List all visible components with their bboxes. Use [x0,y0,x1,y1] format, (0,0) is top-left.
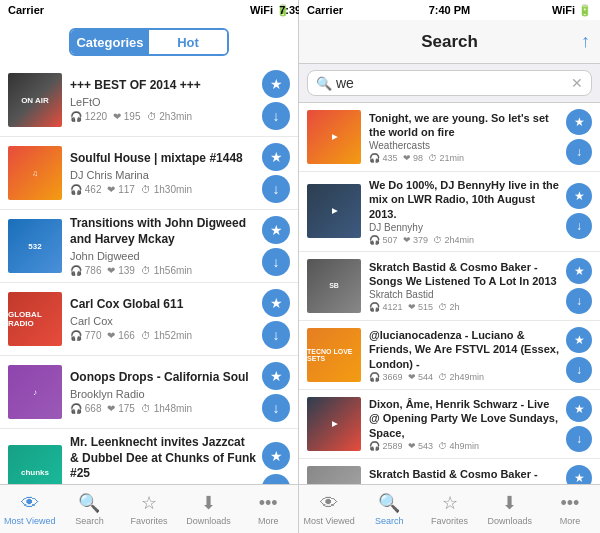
right-nav-label-favorites: Favorites [431,516,468,526]
right-nav-item-more[interactable]: ••• More [540,493,600,526]
download-button[interactable]: ↓ [262,394,290,422]
search-results: ▶ Tonight, we are young. So let's set th… [299,103,600,484]
right-nav-item-favorites[interactable]: ☆ Favorites [419,492,479,526]
track-thumb-image: ♫ [8,146,62,200]
track-thumb-image: 532 [8,219,62,273]
right-carrier: Carrier [307,4,343,16]
result-duration: ⏱ 4h9min [438,441,479,451]
download-button[interactable]: ↓ [262,321,290,349]
star-button[interactable]: ★ [262,362,290,390]
star-button[interactable]: ★ [262,143,290,171]
search-icon: 🔍 [316,76,332,91]
right-header: Search ↑ [299,20,600,64]
track-item[interactable]: GLOBAL RADIO Carl Cox Global 611 Carl Co… [0,283,298,356]
result-star-button[interactable]: ★ [566,183,592,209]
right-time: 7:40 PM [429,4,471,16]
result-actions: ★ ↓ [566,396,592,452]
result-likes: ❤ 544 [408,372,434,382]
track-thumb: 532 [8,219,62,273]
track-item[interactable]: ♪ Oonops Drops - California Soul Brookly… [0,356,298,429]
right-nav-icon-most-viewed: 👁 [320,493,338,514]
star-button[interactable]: ★ [262,289,290,317]
download-button[interactable]: ↓ [262,102,290,130]
result-plays: 🎧 507 [369,235,398,245]
nav-item-favorites[interactable]: ☆ Favorites [119,492,179,526]
right-nav-icon-search: 🔍 [378,492,400,514]
right-nav-item-downloads[interactable]: ⬇ Downloads [480,492,540,526]
result-item[interactable]: SB Skratch Bastid & Cosmo Baker - Songs … [299,252,600,321]
result-plays: 🎧 3669 [369,372,403,382]
result-download-button[interactable]: ↓ [566,288,592,314]
track-likes: ❤ 175 [107,403,134,414]
result-thumb: ▶ [307,397,361,451]
track-likes: ❤ 117 [107,184,134,195]
track-info: Carl Cox Global 611 Carl Cox 🎧 770 ❤ 166… [70,297,256,341]
result-artist: Weathercasts [369,140,562,151]
result-item[interactable]: TECNO LOVE SETS @lucianocadenza - Lucian… [299,321,600,390]
download-button[interactable]: ↓ [262,248,290,276]
result-star-button[interactable]: ★ [566,396,592,422]
track-title: Carl Cox Global 611 [70,297,256,313]
track-item[interactable]: ON AIR +++ BEST OF 2014 +++ LeFtO 🎧 1220… [0,64,298,137]
track-meta: 🎧 770 ❤ 166 ⏱ 1h52min [70,330,256,341]
result-star-button[interactable]: ★ [566,465,592,484]
track-thumb-image: GLOBAL RADIO [8,292,62,346]
result-duration: ⏱ 21min [428,153,464,163]
track-likes: ❤ 139 [107,265,134,276]
result-star-button[interactable]: ★ [566,258,592,284]
result-meta: 🎧 507 ❤ 379 ⏱ 2h4min [369,235,562,245]
result-star-button[interactable]: ★ [566,109,592,135]
search-input[interactable]: we [336,75,571,91]
result-item[interactable]: ▶ Tonight, we are young. So let's set th… [299,103,600,172]
download-button[interactable]: ↓ [262,474,290,484]
track-likes: ❤ 166 [107,330,134,341]
result-download-button[interactable]: ↓ [566,426,592,452]
right-nav-item-most-viewed[interactable]: 👁 Most Viewed [299,493,359,526]
result-item[interactable]: SB Skratch Bastid & Cosmo Baker - Songs … [299,459,600,484]
track-info: Soulful House | mixtape #1448 DJ Chris M… [70,151,256,195]
categories-tab[interactable]: Categories [71,30,149,54]
result-title: Skratch Bastid & Cosmo Baker - Songs We … [369,467,562,484]
track-thumb: chunks [8,445,62,484]
track-artist: DJ Chris Marina [70,169,256,181]
nav-item-search[interactable]: 🔍 Search [60,492,120,526]
track-item[interactable]: chunks Mr. Leenknecht invites Jazzcat & … [0,429,298,484]
search-input-wrap[interactable]: 🔍 we ✕ [307,70,592,96]
result-download-button[interactable]: ↓ [566,139,592,165]
nav-icon-favorites: ☆ [141,492,157,514]
track-thumb-image: ON AIR [8,73,62,127]
right-nav-item-search[interactable]: 🔍 Search [359,492,419,526]
result-actions: ★ ↓ [566,258,592,314]
result-info: Skratch Bastid & Cosmo Baker - Songs We … [369,260,562,313]
star-button[interactable]: ★ [262,442,290,470]
result-thumb: ▶ [307,110,361,164]
right-wifi-icon: WiFi [552,4,575,16]
track-artist: John Digweed [70,250,256,262]
hot-tab[interactable]: Hot [149,30,227,54]
result-likes: ❤ 98 [403,153,424,163]
search-clear-button[interactable]: ✕ [571,75,583,91]
result-download-button[interactable]: ↓ [566,357,592,383]
track-actions: ★ ↓ [262,289,290,349]
result-item[interactable]: ▶ We Do 100%, DJ BennyHy live in the mix… [299,172,600,252]
track-actions: ★ ↓ [262,442,290,484]
nav-item-downloads[interactable]: ⬇ Downloads [179,492,239,526]
nav-item-more[interactable]: ••• More [238,493,298,526]
segment-control[interactable]: Categories Hot [69,28,229,56]
track-info: Oonops Drops - California Soul Brooklyn … [70,370,256,414]
right-nav-icon-favorites: ☆ [442,492,458,514]
download-button[interactable]: ↓ [262,175,290,203]
track-title: +++ BEST OF 2014 +++ [70,78,256,94]
result-star-button[interactable]: ★ [566,327,592,353]
result-download-button[interactable]: ↓ [566,213,592,239]
right-share-button[interactable]: ↑ [581,31,590,52]
star-button[interactable]: ★ [262,216,290,244]
star-button[interactable]: ★ [262,70,290,98]
result-item[interactable]: ▶ Dixon, Âme, Henrik Schwarz - Live @ Op… [299,390,600,459]
nav-item-most-viewed[interactable]: 👁 Most Viewed [0,493,60,526]
result-info: Skratch Bastid & Cosmo Baker - Songs We … [369,467,562,484]
track-item[interactable]: 532 Transitions with John Digweed and Ha… [0,210,298,283]
track-thumb: ♪ [8,365,62,419]
track-info: Mr. Leenknecht invites Jazzcat & Dubbel … [70,435,256,484]
track-item[interactable]: ♫ Soulful House | mixtape #1448 DJ Chris… [0,137,298,210]
